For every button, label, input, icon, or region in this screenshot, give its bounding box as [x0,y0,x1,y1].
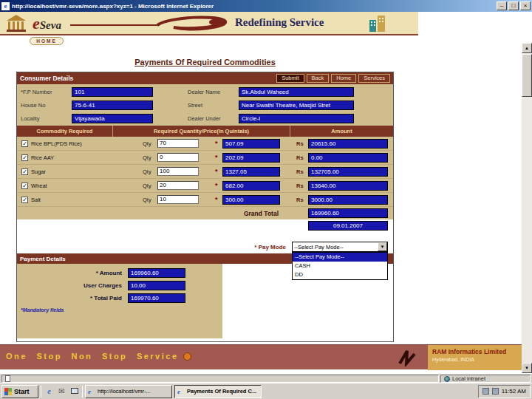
dealer-under-field[interactable]: Circle-I [239,114,354,123]
grand-total-row: Grand Total 169960.60 [17,207,393,219]
price-field[interactable]: 1327.05 [222,167,280,177]
price-field[interactable]: 507.09 [222,139,280,149]
consumer-fields: *F.P Number 101 Dealer Name Sk.Abdul Wah… [17,84,393,126]
eseva-temple-icon [6,15,27,35]
commodity-name: Rice BPL(PDS Rice) [31,140,82,147]
submit-button[interactable]: Submit [276,74,304,83]
total-paid-label: * Total Paid [17,295,128,301]
qty-input[interactable]: 100 [157,167,199,176]
page-title: Payments Of Required Commodities [16,58,394,66]
amount-field[interactable]: 20615.60 [308,139,388,149]
col-amount: Amount [290,126,393,137]
amount-field[interactable]: 132705.00 [308,167,388,177]
amount-field[interactable]: 13640.00 [308,181,388,191]
buildings-icon [368,14,387,36]
qty-input[interactable]: 70 [157,139,199,148]
checkbox-salt[interactable]: ✓ [21,197,28,203]
commodity-rows: ✓ Rice BPL(PDS Rice) Qty 70 * 507.09 Rs … [17,137,393,207]
eseva-brand: eSeva [33,14,61,33]
taskbar-window-2[interactable]: e Payments Of Required C... [174,385,262,398]
dealer-under-label: Dealer Under [184,115,239,122]
rs-label: Rs [296,183,307,189]
checkbox-sugar[interactable]: ✓ [21,168,28,175]
price-field[interactable]: 202.09 [222,153,280,163]
qty-label: Qty [143,154,157,161]
browser-titlebar: e http://localhost/vmr-seva/more.aspx?xy… [0,0,532,12]
qty-input[interactable]: 20 [157,181,199,190]
clock: 11:52 AM [502,388,526,395]
required-star: * [215,196,221,203]
amount-field[interactable]: 0.00 [308,153,388,163]
consumer-details-header: Consumer Details Submit Back Home Servic… [17,72,393,84]
tray-volume-icon[interactable] [492,388,499,395]
home-button[interactable]: HOME [30,37,64,45]
windows-flag-icon [4,388,12,395]
window-title: http://localhost/vmr-seva/more.aspx?xyz=… [12,3,495,10]
vertical-scrollbar[interactable]: ▲ ▼ [522,43,532,373]
fp-number-label: *F.P Number [17,89,72,95]
home-nav-button[interactable]: Home [331,74,356,83]
quicklaunch-desktop-icon[interactable] [69,386,80,397]
maximize-button[interactable]: □ [508,1,519,10]
price-field[interactable]: 682.00 [222,181,280,191]
quicklaunch-ie-icon[interactable]: e [44,386,55,397]
date-field: 09.01.2007 [308,221,388,231]
qty-label: Qty [143,183,157,189]
taskbar-window-1[interactable]: e http://localhost/vmr-... [85,385,172,398]
status-bar: Local intranet [0,373,532,383]
commodity-name: Sugar [31,168,46,175]
back-button[interactable]: Back [307,74,330,83]
quicklaunch-mail-icon[interactable]: ✉ [56,386,67,397]
close-button[interactable]: × [520,1,531,10]
start-button[interactable]: Start [1,385,38,398]
qty-label: Qty [143,140,157,147]
rs-label: Rs [296,197,307,203]
payment-amount-field[interactable]: 169960.60 [128,268,185,278]
taskbar: Start e ✉ e http://localhost/vmr-... e P… [0,383,532,399]
checkbox-rice-bpl[interactable]: ✓ [21,140,28,147]
user-charges-field[interactable]: 10.00 [128,281,185,290]
checkbox-wheat[interactable]: ✓ [21,183,28,189]
total-paid-field[interactable]: 169970.60 [128,293,185,303]
amount-field[interactable]: 3000.00 [308,195,388,205]
scrollbar-thumb[interactable] [522,54,532,97]
pay-mode-option[interactable]: --Select Pay Mode-- [293,253,387,262]
table-row: ✓ Salt Qty 10 * 300.00 Rs 3000.00 [17,193,393,207]
commodity-name: Wheat [31,183,47,189]
dealer-name-field[interactable]: Sk.Abdul Waheed [239,87,354,97]
rs-label: Rs [296,154,307,161]
payments-form: Consumer Details Submit Back Home Servic… [16,72,394,342]
required-star: * [215,140,221,147]
amount-label: * Amount [17,270,128,276]
locality-field[interactable]: Vijayawada [72,114,153,123]
slogan: One Stop Non Stop Service [6,352,179,361]
pay-mode-option[interactable]: DD [293,270,387,279]
qty-input[interactable]: 0 [157,153,199,162]
qty-input[interactable]: 10 [157,195,199,204]
pay-mode-select[interactable]: --Select Pay Mode-- ▼ [292,242,388,252]
grand-total-field[interactable]: 169960.60 [308,208,388,218]
scroll-up-icon[interactable]: ▲ [522,43,532,53]
commodity-table-header: Commodity Required Required Quantity/Pri… [17,126,393,137]
eseva-dot-icon [183,352,191,361]
fp-number-field[interactable]: 101 [72,87,153,97]
status-zone-text: Local intranet [452,375,485,382]
locality-label: Locality [17,115,72,122]
street-field[interactable]: Near Swathi Theatre, Masjid Stret [239,100,354,110]
services-button[interactable]: Services [358,74,390,83]
company-box: RAM Informatics Limited Hyderabad, INDIA [428,345,530,370]
eseva-banner: eSeva Redefining Service [0,12,418,35]
scroll-down-icon[interactable]: ▼ [522,363,532,373]
table-row: ✓ Rice BPL(PDS Rice) Qty 70 * 507.09 Rs … [17,137,393,151]
qty-label: Qty [143,168,157,175]
commodity-name: Rice AAY [31,154,54,161]
pay-mode-option[interactable]: CASH [293,262,387,270]
checkbox-rice-aay[interactable]: ✓ [21,154,28,161]
chevron-down-icon[interactable]: ▼ [378,242,387,251]
pay-mode-label: * Pay Mode [254,244,286,250]
taskbar-divider [41,386,41,398]
house-no-field[interactable]: 75-6-41 [72,100,153,110]
minimize-button[interactable]: – [497,1,507,10]
price-field[interactable]: 300.00 [222,195,280,205]
tray-network-icon[interactable] [482,388,489,395]
